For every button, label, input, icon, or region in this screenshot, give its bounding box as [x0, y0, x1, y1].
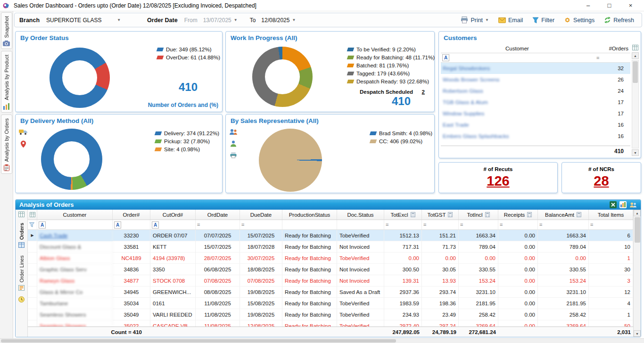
customer-row[interactable]: East Trade16 [441, 119, 630, 131]
column-header-doc-status[interactable]: Doc.Status [337, 210, 384, 220]
person-icon[interactable] [230, 140, 237, 147]
orders-table-row[interactable]: ▶Cash Trade33230ORDER 07/0707/07/202515/… [28, 230, 633, 241]
orders-table-row[interactable]: Raewyn Glass34877STOCK 070807/08/202507/… [28, 275, 633, 286]
cell-items: 6 [589, 230, 633, 241]
cell-orddate: 28/07/2025 [196, 253, 240, 264]
excel-export-icon[interactable] [610, 201, 617, 208]
orders-table-row[interactable]: Seamless Showers35049VARLI REEDED11/08/2… [28, 309, 633, 320]
tab-order-lines[interactable]: Order Lines [18, 253, 25, 292]
recuts-value[interactable]: 126 [439, 173, 557, 189]
legend-marker [155, 139, 162, 143]
scroll-thumb[interactable] [1, 339, 396, 343]
filter-cell[interactable]: A [150, 220, 196, 229]
email-button[interactable]: Email [495, 16, 526, 25]
filter-cell[interactable] [282, 220, 337, 229]
legend-item: Tagged: 179 (43.66%) [347, 71, 435, 76]
scroll-up-arrow[interactable]: ▲ [632, 52, 639, 59]
column-header-totgst[interactable]: TotGST [422, 210, 459, 220]
orders-table-row[interactable]: Albion GlassNC41894194 (33978)28/07/2025… [28, 253, 633, 264]
settings-button[interactable]: Settings [561, 15, 597, 25]
column-header-productionstatus[interactable]: ProductionStatus [282, 210, 337, 220]
users-icon[interactable] [629, 202, 637, 208]
column-header-duedate[interactable]: DueDate [240, 210, 282, 220]
filter-cell[interactable]: = [384, 220, 422, 229]
to-date-input[interactable]: 12/08/2025 ▼ [259, 16, 297, 24]
autofilter-a-button[interactable]: A [152, 221, 159, 229]
column-chooser-icon[interactable] [18, 212, 25, 217]
customer-row[interactable]: Embers Glass Splashbacks16 [441, 131, 630, 142]
autofilter-a-button[interactable]: A [114, 221, 121, 229]
filter-cell[interactable]: = [538, 220, 589, 229]
column-header-customer[interactable]: Customer [441, 46, 594, 51]
filter-cell[interactable]: = [240, 220, 282, 229]
close-button[interactable]: × [620, 0, 641, 11]
column-header-total-items[interactable]: Total Items [589, 210, 633, 220]
orders-table-row[interactable]: Discount Glass &33581KETT15/07/202518/07… [28, 241, 633, 253]
autofilter-a-button[interactable]: A [39, 221, 46, 229]
column-header-orddate[interactable]: OrdDate [196, 210, 240, 220]
sidebar-tab-snapshot[interactable]: Snapshot [1, 12, 12, 49]
filter-cell[interactable]: = [459, 220, 498, 229]
chart-icon[interactable] [619, 201, 627, 208]
scroll-thumb[interactable] [633, 61, 638, 83]
people-icon[interactable] [229, 129, 238, 135]
column-header-balanceamt[interactable]: BalanceAmt [538, 210, 589, 220]
legend-label: Brad Smith: 4 (0.98%) [379, 131, 432, 136]
filter-cell[interactable]: = [589, 220, 633, 229]
orders-table-row[interactable]: Glass & Mirror Co34945GREENWICH...08/08/… [28, 286, 633, 298]
customer-row[interactable]: Woods Brower Screens26 [441, 74, 630, 85]
branch-select[interactable]: SUPERKOTE GLASS ▼ [43, 16, 124, 24]
column-header-cutord-[interactable]: CutOrd# [150, 210, 196, 220]
filter-cell[interactable]: A [37, 220, 113, 229]
despatch-scheduled-link[interactable]: 2 [422, 89, 425, 95]
column-header-customer[interactable]: Customer [37, 210, 113, 220]
maximize-button[interactable]: □ [599, 0, 620, 11]
customer-row[interactable]: TGB Glass & Alum17 [441, 97, 630, 108]
column-header-orders[interactable]: #Orders [594, 46, 630, 51]
tab-orders[interactable]: Orders [18, 221, 25, 250]
column-header-totincl[interactable]: TotIncl [459, 210, 498, 220]
orders-table-row[interactable]: Seamless Showers35022CASCADE VB...11/08/… [28, 320, 633, 327]
scroll-down-arrow[interactable]: ▼ [632, 149, 639, 156]
filter-cell[interactable]: A [113, 220, 150, 229]
location-pin-icon[interactable] [20, 140, 26, 148]
scroll-track[interactable] [632, 60, 639, 148]
wip-total: 410 [392, 95, 411, 108]
scroll-track[interactable] [634, 216, 641, 330]
orders-vertical-scrollbar[interactable]: ▲ ▼ [633, 210, 641, 337]
filter-cell[interactable] [337, 220, 384, 229]
cell-receipts: 0.00 [498, 309, 538, 320]
print-button[interactable]: Print ▼ [458, 15, 492, 25]
customer-row[interactable]: Robertson Glass24 [441, 85, 630, 97]
ncrs-value[interactable]: 28 [562, 173, 641, 189]
filter-cell[interactable]: = [196, 220, 240, 229]
orders-table-row[interactable]: Tamburlane35034016111/08/202515/08/2025R… [28, 298, 633, 309]
cell-totincl: 2181.95 [459, 298, 498, 309]
orders-table-row[interactable]: Graphic Glass Serv34836335006/08/202518/… [28, 264, 633, 275]
sidebar-tab-analysis-by-orders[interactable]: Analysis by Orders [1, 114, 12, 174]
customer-row[interactable]: Window Supplies17 [441, 108, 630, 119]
column-header-order-[interactable]: Order# [113, 210, 150, 220]
filter-cell[interactable]: = [498, 220, 538, 229]
scroll-down-arrow[interactable]: ▼ [634, 330, 641, 337]
sidebar-tab-analysis-by-product[interactable]: Analysis by Product [1, 51, 12, 113]
column-header-totexcl[interactable]: TotExcl [384, 210, 422, 220]
from-date-input[interactable]: 13/07/2025 ▼ [201, 16, 239, 24]
scroll-up-arrow[interactable]: ▲ [634, 210, 641, 216]
horizontal-scrollbar[interactable] [0, 338, 644, 343]
autofilter-a-button[interactable]: A [442, 54, 449, 61]
column-chooser-icon[interactable] [632, 44, 638, 51]
cell-totincl: 3269.64 [459, 320, 498, 327]
scroll-thumb[interactable] [635, 217, 640, 243]
column-header-receipts[interactable]: Receipts [498, 210, 538, 220]
cell-totincl: 0.00 [459, 253, 498, 264]
clock-icon[interactable] [18, 296, 25, 302]
refresh-button[interactable]: Refresh [601, 15, 637, 25]
customers-scrollbar[interactable]: ▲ ▼ [631, 44, 639, 156]
truck-icon[interactable] [19, 129, 28, 135]
filter-cell[interactable]: = [422, 220, 459, 229]
filter-button[interactable]: Filter [529, 16, 557, 25]
printer-icon[interactable] [230, 152, 237, 158]
minimize-button[interactable]: – [578, 0, 599, 11]
customer-row[interactable]: Regal Showbrokers32 [441, 63, 630, 74]
